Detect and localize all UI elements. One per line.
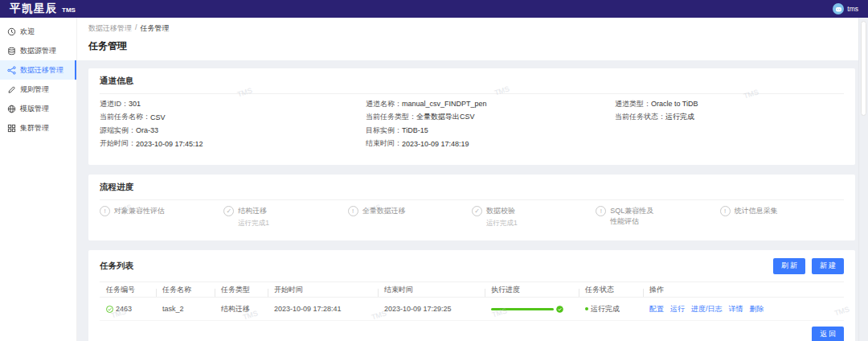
sidebar-nav: 欢迎 数据源管理 数据迁移管理 规则管理	[0, 18, 77, 341]
channel-card-title: 通道信息	[100, 68, 844, 94]
action-configure[interactable]: 配置	[649, 304, 664, 314]
new-task-button[interactable]: 新建	[812, 258, 844, 274]
field-channel-name: 通道名称： manual_csv_FINDPT_pen	[366, 97, 487, 111]
scrollbar-thumb[interactable]	[861, 21, 866, 116]
action-details[interactable]: 详情	[729, 304, 743, 314]
globe-icon	[7, 105, 16, 113]
status-badge: 运行完成	[591, 304, 620, 314]
sidebar-item-datasource[interactable]: 数据源管理	[0, 41, 76, 60]
brand-logo: 平凯星辰	[10, 2, 58, 16]
task-list-card: 任务列表 刷新 新建 任务编号 任务名称 任务类型 开始时间 结束时间 执行进度…	[88, 250, 855, 341]
field-value: 2023-10-09 17:45:12	[136, 140, 203, 148]
sidebar-item-label: 数据迁移管理	[20, 65, 63, 76]
clock-icon	[7, 27, 16, 36]
page-header: 数据迁移管理 / 任务管理 任务管理	[77, 18, 858, 60]
field-label: 当前任务名称：	[100, 112, 150, 122]
sidebar-item-welcome[interactable]: 欢迎	[0, 22, 76, 41]
field-label: 当前任务状态：	[615, 112, 665, 122]
status-dot-icon	[585, 307, 588, 310]
step-label: 对象兼容性评估	[114, 206, 165, 216]
field-channel-id: 通道ID： 301	[100, 97, 203, 111]
sidebar-item-templates[interactable]: 模版管理	[0, 99, 76, 118]
task-id: 2463	[116, 305, 132, 313]
task-list-buttons: 刷新 新建	[773, 258, 844, 274]
field-value: CSV	[150, 113, 166, 121]
task-status-cell: 运行完成	[579, 304, 643, 314]
field-target-instance: 目标实例： TiDB-15	[366, 124, 487, 138]
column-end-time: 结束时间	[378, 285, 485, 295]
sidebar-item-label: 数据源管理	[20, 46, 56, 56]
sidebar-item-migration[interactable]: 数据迁移管理	[0, 60, 76, 80]
field-current-task-status: 当前任务状态： 运行完成	[615, 111, 698, 125]
task-start-time-cell: 2023-10-09 17:28:41	[268, 305, 378, 313]
field-label: 开始时间：	[100, 138, 136, 149]
sidebar-item-clusters[interactable]: 集群管理	[0, 118, 76, 138]
step-label: 数据校验	[486, 206, 515, 216]
field-current-task-name: 当前任务名称： CSV	[100, 111, 203, 125]
action-delete[interactable]: 删除	[750, 304, 764, 314]
edit-icon	[7, 85, 16, 94]
sidebar-item-label: 模版管理	[20, 104, 49, 114]
column-progress: 执行进度	[485, 285, 579, 295]
step-sql-compat-perf-assess: ! SQL兼容性及 性能评估	[596, 206, 719, 229]
process-progress-card: 流程进度 ! 对象兼容性评估 ✓ 结构迁移 运行完成1	[88, 175, 855, 240]
breadcrumb-current: 任务管理	[141, 23, 170, 34]
brand-suffix: TMS	[62, 4, 76, 14]
action-run[interactable]: 运行	[670, 304, 685, 314]
channel-fields-col3: 通道类型： Oracle to TiDB 当前任务状态： 运行完成	[615, 97, 698, 124]
field-channel-type: 通道类型： Oracle to TiDB	[615, 97, 698, 111]
field-value: 全量数据导出CSV	[416, 112, 475, 122]
sidebar-item-label: 欢迎	[20, 27, 35, 37]
column-status: 任务状态	[579, 285, 643, 295]
step-status: 运行完成1	[238, 219, 347, 228]
sidebar-item-label: 规则管理	[20, 84, 49, 95]
field-value: Ora-33	[136, 126, 158, 134]
info-circle-icon: !	[348, 206, 358, 216]
table-row: 2463 task_2 结构迁移 2023-10-09 17:28:41 202…	[100, 298, 844, 321]
vertical-scrollbar[interactable]	[858, 18, 868, 341]
column-task-type: 任务类型	[215, 285, 268, 295]
field-label: 当前任务类型：	[366, 112, 416, 122]
field-end-time: 结束时间： 2023-10-09 17:48:19	[366, 138, 487, 151]
field-label: 通道名称：	[366, 99, 402, 109]
field-current-task-type: 当前任务类型： 全量数据导出CSV	[366, 111, 487, 125]
field-source-instance: 源端实例： Ora-33	[100, 124, 203, 138]
back-button[interactable]: 返回	[812, 327, 844, 341]
action-progress-log[interactable]: 进度/日志	[691, 304, 723, 314]
field-label: 源端实例：	[100, 125, 136, 136]
task-actions-cell: 配置 运行 进度/日志 详情 删除	[643, 304, 844, 314]
refresh-button[interactable]: 刷新	[773, 258, 805, 274]
field-value: 301	[129, 100, 141, 108]
field-label: 通道ID：	[100, 99, 129, 109]
check-circle-icon: ✓	[472, 206, 482, 216]
channel-fields-col2: 通道名称： manual_csv_FINDPT_pen 当前任务类型： 全量数据…	[366, 97, 487, 150]
field-value: 2023-10-09 17:48:19	[402, 140, 469, 148]
column-task-id: 任务编号	[100, 285, 156, 295]
avatar-face-icon	[835, 6, 842, 13]
channel-info-card: 通道信息 通道ID： 301 当前任务名称： CSV 源端实例： Ora-33 …	[88, 68, 855, 165]
step-label: 结构迁移	[238, 206, 267, 216]
step-data-verification: ✓ 数据校验 运行完成1	[472, 206, 596, 229]
step-full-data-migration: ! 全量数据迁移	[348, 206, 472, 229]
column-start-time: 开始时间	[268, 285, 378, 295]
sidebar-item-label: 集群管理	[20, 123, 49, 134]
task-list-header: 任务列表 刷新 新建	[100, 250, 844, 281]
field-label: 结束时间：	[366, 138, 402, 149]
sidebar-item-rules[interactable]: 规则管理	[0, 80, 76, 99]
user-menu[interactable]: tms	[833, 3, 858, 14]
database-icon	[7, 47, 16, 55]
breadcrumb-parent[interactable]: 数据迁移管理	[88, 23, 132, 34]
top-header-bar: 平凯星辰 TMS tms	[0, 0, 868, 18]
user-avatar[interactable]	[833, 3, 844, 14]
progress-complete-icon	[556, 306, 563, 313]
step-status: 运行完成1	[486, 219, 596, 228]
migration-icon	[7, 66, 16, 75]
field-start-time: 开始时间： 2023-10-09 17:45:12	[100, 138, 203, 151]
task-list-title: 任务列表	[100, 261, 133, 272]
progress-card-title: 流程进度	[100, 175, 844, 200]
task-id-cell: 2463	[100, 305, 156, 313]
field-value: TiDB-15	[402, 126, 428, 134]
column-task-name: 任务名称	[156, 285, 215, 295]
task-type-cell: 结构迁移	[215, 304, 268, 314]
progress-bar	[491, 308, 554, 310]
